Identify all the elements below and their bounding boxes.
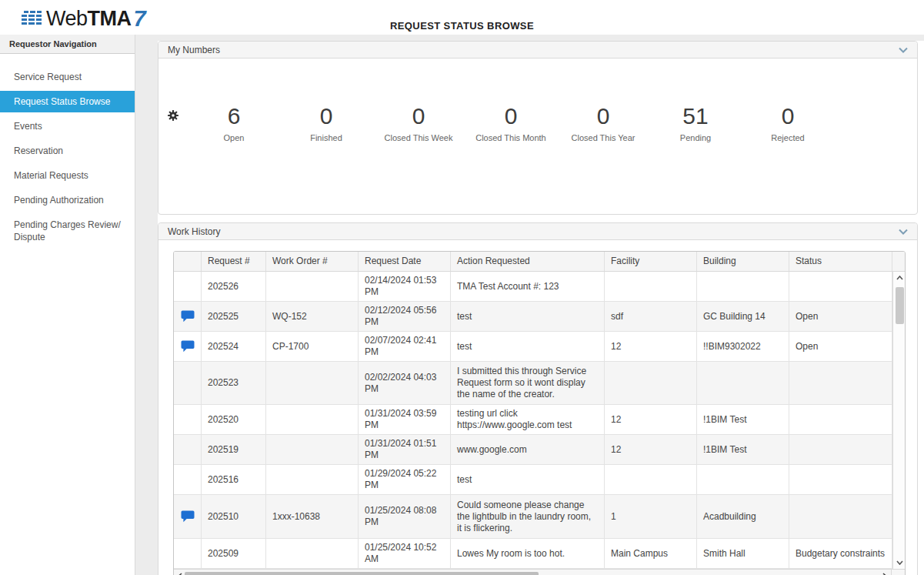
stat-closed-this-month: 0 Closed This Month [465,105,557,142]
cell-action-requested: test [451,302,605,331]
sidebar-nav: Service RequestRequest Status BrowseEven… [0,54,135,248]
table-row[interactable]: 202516 01/29/2024 05:22 PM test [174,465,892,495]
cell-request-date: 01/31/2024 03:59 PM [359,405,451,434]
cell-comment [174,362,202,404]
my-numbers-panel-header: My Numbers [158,42,917,59]
table-header-row: Request #Work Order #Request DateAction … [174,252,905,272]
column-header-request-date[interactable]: Request Date [359,252,451,271]
chat-bubble-icon[interactable] [181,510,195,523]
column-header-work-order[interactable]: Work Order # [266,252,359,271]
cell-building: Smith Hall [697,539,789,568]
chevron-down-icon [899,229,908,235]
cell-facility [605,272,697,301]
collapse-my-numbers-button[interactable] [899,47,908,53]
stat-value: 0 [557,105,649,128]
horizontal-scrollbar[interactable] [174,570,891,575]
content-area: My Numbers [135,35,924,575]
column-header-request[interactable]: Request # [202,252,266,271]
cell-status [789,405,892,434]
chevron-down-icon [899,47,908,53]
my-numbers-body: 6 Open 0 Finished 0 Closed This Week 0 C… [158,105,917,214]
cell-status [789,272,892,301]
left-gutter [135,35,158,575]
cell-building: GC Building 14 [697,302,789,331]
collapse-work-history-button[interactable] [899,229,908,235]
gear-icon [168,110,178,121]
table-body: 202526 02/14/2024 01:53 PM TMA Test Acco… [174,272,892,569]
cell-work-order [266,362,359,404]
table-row[interactable]: 202525 WQ-152 02/12/2024 05:56 PM test s… [174,302,892,332]
cell-action-requested: test [451,465,605,494]
work-history-panel-header: Work History [158,223,917,240]
sidebar-item-material-requests[interactable]: Material Requests [0,165,135,186]
cell-request-number: 202516 [202,465,266,494]
sidebar-item-pending-charges-review-dispute[interactable]: Pending Charges Review/ Dispute [0,214,135,248]
column-header-action-requested[interactable]: Action Requested [451,252,605,271]
cell-action-requested: testing url click https://www.google.com… [451,405,605,434]
cell-work-order [266,539,359,568]
sidebar-item-service-request[interactable]: Service Request [0,66,135,88]
vertical-scrollbar-thumb[interactable] [896,287,904,324]
chat-bubble-icon[interactable] [181,310,195,323]
column-header-building[interactable]: Building [697,252,789,271]
cell-request-date: 01/31/2024 01:51 PM [359,435,451,464]
my-numbers-title: My Numbers [168,45,220,55]
cell-action-requested: test [451,332,605,361]
table-row[interactable]: 202524 CP-1700 02/07/2024 02:41 PM test … [174,332,892,362]
table-row[interactable]: 202523 02/02/2024 04:03 PM I submitted t… [174,362,892,405]
cell-facility: 12 [605,405,697,434]
my-numbers-settings-button[interactable] [168,110,178,121]
cell-action-requested: www.google.com [451,435,605,464]
stat-value: 0 [742,105,834,128]
chat-bubble-icon[interactable] [181,340,195,353]
stat-label: Closed This Week [372,133,465,142]
stat-value: 6 [188,105,280,128]
cell-facility [605,362,697,404]
column-header-status[interactable]: Status [789,252,892,271]
table-row[interactable]: 202509 01/25/2024 10:52 AM Lowes My room… [174,539,892,569]
page-title: REQUEST STATUS BROWSE [0,20,924,32]
sidebar-item-pending-authorization[interactable]: Pending Authorization [0,189,135,211]
scroll-up-icon[interactable] [896,276,903,280]
table-row[interactable]: 202519 01/31/2024 01:51 PM www.google.co… [174,435,892,465]
cell-request-number: 202524 [202,332,266,361]
stats-row: 6 Open 0 Finished 0 Closed This Week 0 C… [188,105,834,142]
cell-request-date: 02/07/2024 02:41 PM [359,332,451,361]
app-header: WebTMA7 REQUEST STATUS BROWSE [0,0,924,35]
cell-request-date: 01/25/2024 08:08 PM [359,495,451,538]
webtma-app: WebTMA7 REQUEST STATUS BROWSE Requestor … [0,0,924,575]
cell-building: !!BIM9302022 [697,332,789,361]
cell-work-order: 1xxx-10638 [266,495,359,538]
requestor-navigation-sidebar: Requestor Navigation Service RequestRequ… [0,35,135,575]
cell-facility: Main Campus [605,539,697,568]
cell-building: !1BIM Test [697,435,789,464]
horizontal-scrollbar-thumb[interactable] [185,572,539,575]
cell-comment [174,435,202,464]
cell-action-requested: I submitted this through Service Request… [451,362,605,404]
work-history-body: Request #Work Order #Request DateAction … [158,240,917,575]
scroll-down-icon[interactable] [896,560,903,565]
stat-label: Pending [649,133,742,142]
sidebar-item-reservation[interactable]: Reservation [0,140,135,162]
cell-work-order [266,465,359,494]
cell-request-date: 02/12/2024 05:56 PM [359,302,451,331]
stat-finished: 0 Finished [280,105,372,142]
table-row[interactable]: 202510 1xxx-10638 01/25/2024 08:08 PM Co… [174,495,892,539]
cell-work-order [266,435,359,464]
cell-building: !1BIM Test [697,405,789,434]
cell-work-order [266,272,359,301]
table-row[interactable]: 202520 01/31/2024 03:59 PM testing url c… [174,405,892,435]
sidebar-item-request-status-browse[interactable]: Request Status Browse [0,91,135,112]
table-row[interactable]: 202526 02/14/2024 01:53 PM TMA Test Acco… [174,272,892,302]
cell-status [789,435,892,464]
cell-request-number: 202526 [202,272,266,301]
stat-value: 0 [465,105,557,128]
cell-comment [174,495,202,538]
work-history-table: Request #Work Order #Request DateAction … [173,251,906,575]
column-header-facility[interactable]: Facility [605,252,697,271]
cell-facility [605,465,697,494]
vertical-scrollbar[interactable] [892,272,905,569]
sidebar-item-events[interactable]: Events [0,115,135,137]
column-header-icon [174,252,202,271]
stat-value: 51 [649,105,742,128]
